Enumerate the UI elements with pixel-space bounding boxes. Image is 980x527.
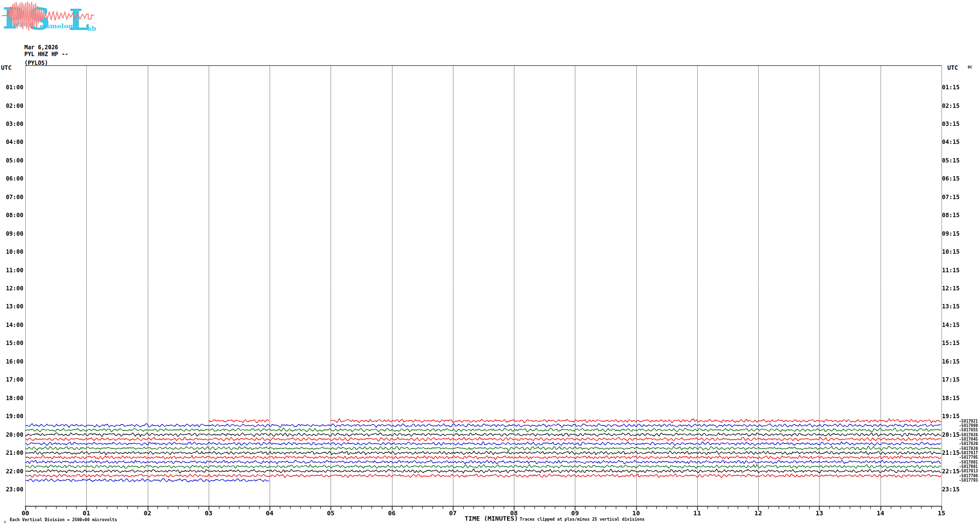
x-tick-label: 03 — [198, 510, 219, 517]
right-hour-label: 02:15 — [942, 102, 964, 109]
trace-value-label: -5817801 — [959, 460, 978, 465]
trace-value-label: -5817817 — [959, 451, 978, 455]
trace-value-label: -5817855 — [959, 428, 978, 432]
left-hour-label: 07:00 — [1, 194, 23, 201]
left-hour-label: 06:00 — [1, 175, 23, 182]
right-hour-label: 18:15 — [942, 395, 964, 402]
left-hour-label: 18:00 — [1, 395, 23, 402]
left-hour-label: 22:00 — [1, 468, 23, 475]
x-tick-label: 05 — [320, 510, 341, 517]
vertical-division-note: Each Vertical Division = 2500+00 microvo… — [10, 517, 117, 522]
right-hour-label: 07:15 — [942, 194, 964, 201]
right-hour-label: 03:15 — [942, 121, 964, 127]
helicorder-page: P atras S eismology L ab Mar 6,2026 PYL … — [0, 0, 980, 527]
x-tick-label: 04 — [259, 510, 280, 517]
left-hour-label: 16:00 — [1, 358, 23, 365]
x-axis-title: TIME (MINUTES) — [465, 515, 518, 522]
x-tick-label: 11 — [686, 510, 708, 517]
trace-value-label: -5817786 — [959, 474, 978, 478]
right-hour-label: 16:15 — [942, 358, 964, 365]
x-tick-label: 07 — [442, 510, 464, 517]
right-hour-label: 14:15 — [942, 322, 964, 328]
trace-value-label: -5817801 — [959, 465, 978, 469]
left-hour-label: 20:00 — [1, 431, 23, 438]
right-hour-label: 17:15 — [942, 376, 964, 383]
trace-value-label: -5817820 — [959, 446, 978, 451]
x-tick-label: 00 — [15, 510, 36, 517]
trace-value-label: -5817793 — [959, 478, 978, 483]
trace-value-label: -5817820 — [959, 442, 978, 446]
left-hour-label: 17:00 — [1, 376, 23, 383]
left-hour-label: 02:00 — [1, 102, 23, 109]
left-hour-label: 23:00 — [1, 486, 23, 493]
left-hour-label: 15:00 — [1, 340, 23, 346]
right-hour-label: 10:15 — [942, 248, 964, 255]
x-tick-label: 14 — [870, 510, 891, 517]
right-hour-label: 06:15 — [942, 175, 964, 182]
left-hour-label: 19:00 — [1, 413, 23, 420]
trace-value-label: -5817921 — [959, 419, 978, 424]
left-hour-label: 13:00 — [1, 303, 23, 310]
trace-value-label: -5817826 — [959, 433, 978, 437]
left-hour-label: 10:00 — [1, 248, 23, 255]
left-hour-label: 14:00 — [1, 322, 23, 328]
trace-value-label: -5817795 — [959, 455, 978, 460]
x-tick-label: 09 — [564, 510, 586, 517]
x-tick-label: 13 — [808, 510, 830, 517]
trace-value-label: -5817813 — [959, 469, 978, 473]
right-hour-label: 11:15 — [942, 267, 964, 274]
left-hour-label: 21:00 — [1, 449, 23, 456]
left-hour-label: 04:00 — [1, 139, 23, 145]
clip-note: Traces clipped at plus/minus 25 vertical… — [520, 517, 645, 522]
footer-mark: μ — [4, 520, 6, 524]
x-tick-label: 10 — [626, 510, 647, 517]
right-hour-label: 09:15 — [942, 230, 964, 237]
left-hour-label: 01:00 — [1, 84, 23, 91]
trace-value-label: -5817845 — [959, 437, 978, 442]
trace-value-label: -5817869 — [959, 424, 978, 428]
x-tick-label: 12 — [747, 510, 769, 517]
right-hour-label: 15:15 — [942, 340, 964, 346]
left-hour-label: 03:00 — [1, 121, 23, 127]
left-hour-label: 11:00 — [1, 267, 23, 274]
left-hour-label: 09:00 — [1, 230, 23, 237]
right-hour-label: 23:15 — [942, 486, 964, 493]
left-hour-label: 08:00 — [1, 212, 23, 219]
left-hour-label: 12:00 — [1, 285, 23, 292]
x-tick-label: 01 — [76, 510, 97, 517]
right-hour-label: 01:15 — [942, 84, 964, 91]
right-hour-label: 08:15 — [942, 212, 964, 219]
x-tick-label: 06 — [381, 510, 403, 517]
x-tick-label: 02 — [137, 510, 158, 517]
right-hour-label: 04:15 — [942, 139, 964, 145]
left-hour-label: 05:00 — [1, 157, 23, 164]
right-hour-label: 12:15 — [942, 285, 964, 292]
right-hour-label: 13:15 — [942, 303, 964, 310]
x-tick-label: 15 — [931, 510, 952, 517]
right-hour-label: 05:15 — [942, 157, 964, 164]
axis-labels-layer: 01:0002:0003:0004:0005:0006:0007:0008:00… — [0, 0, 980, 527]
